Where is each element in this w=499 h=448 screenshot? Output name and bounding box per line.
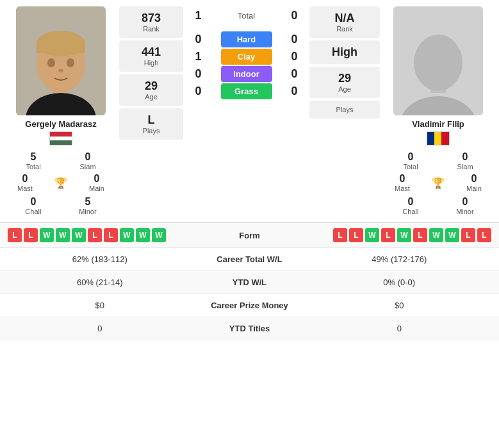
- stat-label-0: Career Total W/L: [192, 254, 307, 264]
- stat-label-1: YTD W/L: [192, 278, 307, 287]
- player2-age-box: 29 Age: [309, 67, 380, 98]
- form-badge-p1-5: L: [88, 228, 102, 242]
- stats-rows: 62% (183-112) Career Total W/L 49% (172-…: [0, 248, 499, 340]
- p1-score-hard: 0: [189, 33, 208, 46]
- player2-rank-box: N/A Rank: [309, 6, 380, 38]
- player2-total: 0 Total: [403, 151, 418, 170]
- form-badge-p2-7: W: [445, 228, 459, 242]
- player1-age-label: Age: [122, 93, 181, 101]
- player2-minor: 0 Minor: [456, 196, 474, 215]
- svg-point-8: [58, 69, 63, 72]
- surface-row-grass: 0 Grass 0: [189, 83, 304, 99]
- total-label: Total: [221, 11, 272, 21]
- p2-score-hard: 0: [285, 33, 304, 46]
- player2-mast-main: 0 Mast 🏆 0 Main: [384, 173, 493, 192]
- player1-photo: [16, 6, 106, 115]
- player2-plays-box: Plays: [309, 101, 380, 119]
- stat-p2-0: 49% (172-176): [307, 254, 492, 264]
- player1-rank-label: Rank: [122, 25, 181, 33]
- match-center: 1 Total 0 0 Hard 0 1 Clay 0 0 Indoor 0 0…: [187, 6, 306, 215]
- form-badge-p1-9: W: [152, 228, 166, 242]
- player1-total: 5 Total: [26, 151, 40, 170]
- player2-card: Vladimir Filip 0 Total 0 Slam 0 Mast: [384, 6, 493, 215]
- player1-high-label: High: [122, 59, 181, 67]
- p1-total-score: 1: [189, 9, 208, 22]
- player2-age-label: Age: [312, 85, 377, 93]
- player2-rank-label: Rank: [312, 25, 377, 33]
- svg-point-6: [47, 58, 55, 67]
- form-badge-p2-4: W: [397, 228, 411, 242]
- form-badge-p1-8: W: [136, 228, 150, 242]
- form-badge-p2-5: L: [413, 228, 427, 242]
- surface-badge-indoor: Indoor: [221, 66, 272, 82]
- form-badges-p2: LLWLWLWWLL: [288, 228, 492, 242]
- surface-row-indoor: 0 Indoor 0: [189, 66, 304, 82]
- svg-rect-5: [37, 44, 85, 53]
- surface-badge-grass: Grass: [221, 83, 272, 99]
- player1-flag: [49, 131, 72, 147]
- stat-p1-1: 60% (21-14): [8, 278, 192, 287]
- p1-score-clay: 1: [189, 50, 208, 63]
- player1-name: Gergely Madarasz: [25, 119, 96, 129]
- stats-row-3: 0 YTD Titles 0: [0, 317, 499, 340]
- player2-age-value: 29: [312, 72, 377, 85]
- stat-p2-3: 0: [307, 324, 492, 333]
- player2-stats-row1: 0 Total 0 Slam: [384, 151, 493, 170]
- player2-name: Vladimir Filip: [412, 119, 464, 129]
- player2-right-stats: N/A Rank High 29 Age Plays: [309, 6, 380, 215]
- surface-row-hard: 0 Hard 0: [189, 31, 304, 47]
- stats-row-2: $0 Career Prize Money $0: [0, 294, 499, 317]
- surface-badge-clay: Clay: [221, 49, 272, 65]
- player1-plays-label: Plays: [122, 127, 181, 135]
- player2-high-value: High: [312, 46, 377, 59]
- player1-slam: 0 Slam: [80, 151, 96, 170]
- stats-row-1: 60% (21-14) YTD W/L 0% (0-0): [0, 271, 499, 294]
- stat-label-3: YTD Titles: [192, 324, 307, 333]
- player1-center-stats: 873 Rank 441 High 29 Age L Plays: [119, 6, 183, 215]
- total-score-row: 1 Total 0: [187, 9, 306, 22]
- form-badge-p2-2: W: [365, 228, 379, 242]
- player1-card: Gergely Madarasz 5 Total 0 Slam 0 Mast: [6, 6, 115, 215]
- form-badge-p1-1: L: [24, 228, 38, 242]
- stat-p1-2: $0: [8, 301, 192, 310]
- player2-chall: 0 Chall: [402, 196, 418, 215]
- form-badge-p2-9: L: [477, 228, 491, 242]
- player2-flag: [427, 131, 450, 147]
- surface-rows: 0 Hard 0 1 Clay 0 0 Indoor 0 0 Grass 0: [189, 30, 304, 101]
- form-badge-p1-6: L: [104, 228, 118, 242]
- bottom-section: LLWWWLLWWW Form LLWLWLWWLL 62% (183-112)…: [0, 222, 499, 340]
- stat-label-2: Career Prize Money: [192, 301, 307, 310]
- p1-score-grass: 0: [189, 85, 208, 98]
- player1-age-box: 29 Age: [119, 74, 183, 106]
- player1-chall: 0 Chall: [25, 196, 41, 215]
- form-badge-p2-6: W: [429, 228, 443, 242]
- player1-stats-row1: 5 Total 0 Slam: [6, 151, 115, 170]
- player1-main: 0 Main: [89, 173, 104, 192]
- player1-mast-main: 0 Mast 🏆 0 Main: [6, 173, 115, 192]
- player2-rank-value: N/A: [312, 12, 377, 25]
- p1-score-indoor: 0: [189, 67, 208, 81]
- form-badge-p1-3: W: [56, 228, 70, 242]
- player2-slam: 0 Slam: [457, 151, 473, 170]
- surface-row-clay: 1 Clay 0: [189, 49, 304, 65]
- form-row: LLWWWLLWWW Form LLWLWLWWLL: [0, 223, 499, 248]
- player1-plays-box: L Plays: [119, 108, 183, 140]
- form-badge-p1-2: W: [40, 228, 54, 242]
- player1-plays-value: L: [122, 113, 181, 127]
- player1-minor: 5 Minor: [79, 196, 97, 215]
- player1-rank-value: 873: [122, 12, 181, 25]
- stats-row-0: 62% (183-112) Career Total W/L 49% (172-…: [0, 248, 499, 271]
- player2-photo: [393, 6, 483, 115]
- form-badge-p1-0: L: [8, 228, 22, 242]
- svg-point-12: [414, 35, 462, 91]
- player1-high-value: 441: [122, 46, 181, 59]
- p2-score-indoor: 0: [285, 67, 304, 81]
- player1-high-box: 441 High: [119, 40, 183, 72]
- player2-stats-row3: 0 Chall 0 Minor: [384, 196, 493, 215]
- form-badge-p2-0: L: [333, 228, 347, 242]
- p2-total-score: 0: [285, 9, 304, 22]
- surface-badge-hard: Hard: [221, 31, 272, 47]
- form-badge-p2-8: L: [461, 228, 475, 242]
- form-badge-p2-1: L: [349, 228, 363, 242]
- player2-mast: 0 Mast: [395, 173, 410, 192]
